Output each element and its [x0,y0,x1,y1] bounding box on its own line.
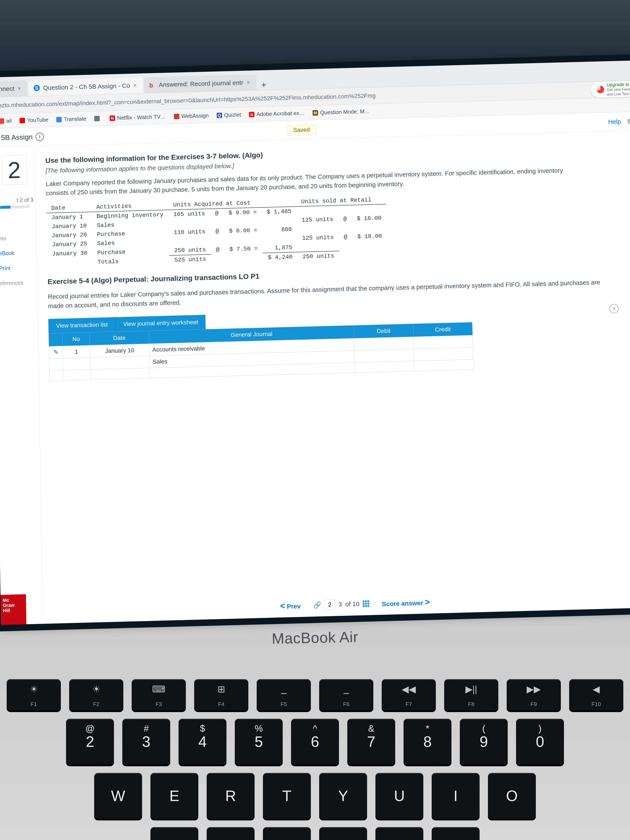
logo-line: Graw [3,603,24,608]
question-number: 2 [2,155,27,185]
edit-row-icon[interactable] [49,370,63,381]
page-indicator: 🔗 3 of 10 [313,598,369,610]
side-link[interactable]: eferences [0,279,37,287]
cell-at: @ [210,227,224,236]
bookmark-icon: M [313,110,318,115]
key-2[interactable]: @2 [66,719,114,764]
key-5[interactable]: %5 [235,719,283,764]
key-f6[interactable]: ⎯F6 [319,679,373,711]
key-f[interactable]: F [150,827,198,840]
key-f10[interactable]: ◀F10 [569,679,623,711]
cell-sprice [352,223,387,232]
key-0[interactable]: )0 [516,719,564,764]
cell-sat: @ [338,215,352,224]
view-transaction-list-button[interactable]: View transaction list [48,317,115,333]
key-e[interactable]: E [150,773,198,819]
view-journal-worksheet-button[interactable]: View journal entry worksheet [115,315,206,332]
journal-debit[interactable] [355,349,414,363]
key-o[interactable]: O [488,773,536,819]
key-f2[interactable]: ☀F2 [69,679,123,711]
key-k[interactable]: K [376,827,423,840]
journal-credit[interactable] [414,359,474,371]
key-9[interactable]: (9 [460,719,508,764]
bookmark-icon: N [110,115,115,121]
score-answer-button[interactable]: Score answer > [382,597,430,608]
key-f8[interactable]: ▶||F8 [444,679,498,711]
prev-button[interactable]: < Prev [280,601,301,611]
journal-debit[interactable] [354,337,414,351]
help-link[interactable]: Help [608,118,621,125]
bookmark-icon [0,118,4,124]
journal-no[interactable]: 1 [63,345,90,358]
journal-credit[interactable] [414,347,473,361]
page-input[interactable] [324,599,335,610]
key-f3[interactable]: ⌨F3 [132,679,186,711]
key-y[interactable]: Y [319,773,367,819]
journal-date[interactable] [90,356,150,369]
cell-date: January 1 [46,212,92,222]
cell-ext: $ 1,485 [262,207,297,217]
info-icon[interactable]: i [35,133,44,141]
key-j[interactable]: J [319,827,367,840]
cell-units: 110 units [169,227,211,237]
cell-price: $ 8.00 = [224,226,262,235]
side-link[interactable]: eBook [0,249,36,257]
journal-credit[interactable] [413,335,473,349]
cell-sat [339,242,353,251]
save-button[interactable]: Save [627,117,630,125]
key-f4[interactable]: ⊞F4 [194,679,248,711]
edit-row-icon[interactable]: ✎ [49,346,63,358]
bookmark-item[interactable]: WebAssign [174,112,209,120]
cell-ext [262,216,297,226]
bookmark-item[interactable]: NNetflix - Watch TV… [110,114,166,122]
tab-answered[interactable]: b Answered: Record journal entr × [144,74,256,93]
key-7[interactable]: &7 [347,719,395,764]
tab-connect[interactable]: nnect × [0,81,27,97]
key-r[interactable]: R [207,773,254,819]
cell-totals-label: Totals [93,256,170,267]
key-8[interactable]: *8 [404,719,452,764]
key-f1[interactable]: ☀F1 [7,679,61,711]
upgrade-pill[interactable]: Upgrade to ma Get new FaceTim and Live T… [591,81,630,98]
close-icon[interactable]: × [17,85,21,92]
grid-icon[interactable] [363,600,369,607]
key-f9[interactable]: ▶▶F9 [507,679,561,711]
bookmark-item[interactable]: AAdobe Acrobat ex… [249,110,305,118]
key-u[interactable]: U [376,773,423,819]
journal-no[interactable] [63,357,90,370]
key-4[interactable]: $4 [178,719,226,764]
close-icon[interactable]: × [246,79,250,86]
cell-sold: 125 units [297,215,338,225]
key-f7[interactable]: ◀◀F7 [382,679,436,711]
cell-units [169,236,211,246]
key-6[interactable]: ^6 [291,719,339,764]
edit-row-icon[interactable] [49,358,63,371]
new-tab-button[interactable]: + [257,80,270,90]
keyboard: ☀F1☀F2⌨F3⊞F4⎯F5⎯F6◀◀F7▶||F8▶▶F9◀F10 @2#3… [0,679,630,840]
cell-sold [297,224,338,234]
key-w[interactable]: W [94,773,142,819]
bookmark-item[interactable]: YouTube [20,117,49,124]
journal-debit[interactable] [355,361,414,373]
side-link[interactable]: Print [0,264,37,272]
close-icon[interactable]: × [133,82,137,89]
key-g[interactable]: G [207,827,254,840]
key-t[interactable]: T [263,773,311,819]
key-h[interactable]: H [263,827,311,840]
key-f5[interactable]: ⎯F5 [257,679,311,711]
key-i[interactable]: I [432,773,480,819]
journal-date[interactable] [90,368,150,380]
journal-no[interactable] [63,369,91,381]
key-3[interactable]: #3 [122,719,170,764]
bookmark-item[interactable]: MQuestion Mode: M… [313,108,370,116]
key-l[interactable]: L [432,827,480,840]
journal-date[interactable]: January 10 [90,344,150,357]
bookmark-item[interactable] [94,115,102,121]
bookmark-item[interactable]: QQuizlet [216,112,241,118]
tab-question2[interactable]: S Question 2 - Ch 5B Assign - Co × [28,77,143,96]
cell-ext: 880 [262,225,297,235]
bookmark-item[interactable]: Translate [56,115,86,123]
side-link[interactable]: nts [0,234,36,242]
bookmark-item[interactable]: ail [0,117,12,125]
bookmark-label: Quizlet [224,112,241,118]
